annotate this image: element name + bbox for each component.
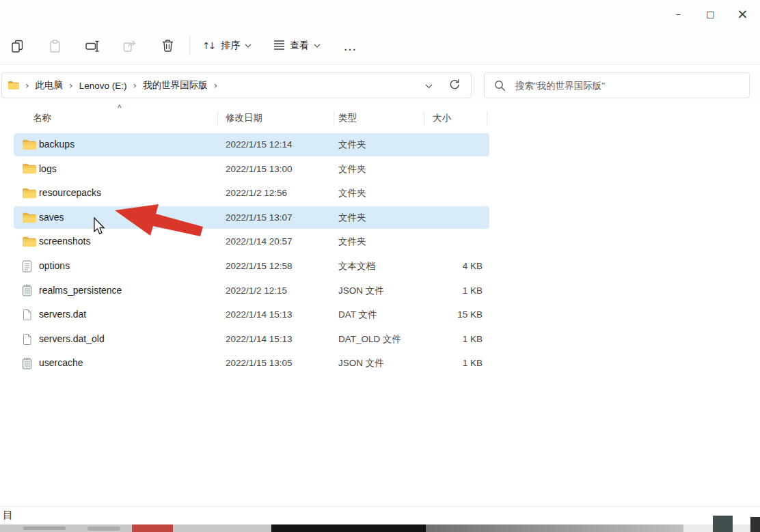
file-size: 1 KB [422, 327, 483, 352]
video-player-red-button [132, 524, 173, 532]
chevron-down-icon [425, 81, 433, 91]
column-header-row: ^ 名称 修改日期 类型 大小 [0, 108, 760, 130]
delete-button[interactable] [157, 36, 178, 56]
folder-icon [22, 139, 36, 150]
file-row[interactable]: servers.dat_old2022/1/14 15:13DAT_OLD 文件… [0, 327, 760, 352]
file-type: 文件夹 [338, 229, 366, 254]
file-name: options [39, 254, 70, 279]
view-button-label: 查看 [290, 40, 309, 52]
textdoc-icon [22, 260, 32, 272]
file-type: DAT_OLD 文件 [338, 327, 401, 352]
column-divider[interactable] [487, 111, 487, 126]
column-divider[interactable] [424, 111, 424, 126]
file-size: 15 KB [422, 303, 483, 327]
maximize-button[interactable]: □ [694, 2, 727, 25]
file-type: JSON 文件 [338, 351, 384, 376]
file-name: servers.dat_old [39, 327, 105, 352]
toolbar-separator [189, 36, 190, 55]
breadcrumb-separator-icon: › [25, 80, 29, 91]
paste-icon [49, 40, 62, 53]
file-row[interactable]: resourcepacks2022/1/2 12:56文件夹 [0, 181, 760, 206]
status-bar-item-count: 目 [3, 509, 13, 522]
close-button[interactable]: × [727, 2, 759, 25]
search-box[interactable] [484, 72, 750, 98]
sort-arrows-icon: ↑↓ [202, 40, 216, 51]
command-toolbar: ↑↓ 排序 查看 … [0, 27, 760, 65]
sort-button[interactable]: ↑↓ 排序 [200, 34, 254, 57]
file-row[interactable]: usercache2022/1/15 13:05JSON 文件1 KB [0, 351, 760, 376]
file-date-modified: 2022/1/15 12:58 [226, 254, 293, 279]
file-date-modified: 2022/1/15 12:14 [226, 132, 293, 157]
column-header-date[interactable]: 修改日期 [226, 112, 262, 124]
minimize-button[interactable]: – [662, 2, 694, 25]
file-size: 1 KB [422, 351, 483, 376]
file-date-modified: 2022/1/14 15:13 [226, 327, 293, 352]
column-divider[interactable] [217, 111, 218, 126]
copy-icon [11, 40, 24, 53]
breadcrumb-separator-icon: › [69, 80, 73, 91]
chevron-down-icon [245, 44, 252, 48]
more-options-button[interactable]: … [340, 34, 360, 57]
file-row[interactable]: options2022/1/15 12:58文本文档4 KB [0, 254, 760, 279]
column-header-type[interactable]: 类型 [338, 112, 357, 124]
address-row: ›此电脑›Lenovo (E:)›我的世界国际版› [0, 71, 760, 100]
file-type: 文件夹 [338, 157, 366, 182]
corner-dark-square [750, 517, 760, 532]
file-rows: backups2022/1/15 12:14文件夹logs2022/1/15 1… [0, 132, 760, 376]
file-row[interactable]: logs2022/1/15 13:00文件夹 [0, 157, 760, 182]
file-type: 文件夹 [338, 132, 366, 157]
file-row[interactable]: screenshots2022/1/14 20:57文件夹 [0, 229, 760, 254]
breadcrumb-item[interactable]: Lenovo (E:) [79, 81, 127, 91]
file-row[interactable]: saves2022/1/15 13:07文件夹 [0, 206, 760, 230]
file-name: usercache [39, 351, 83, 376]
video-player-progress-area [426, 524, 683, 532]
file-row[interactable]: servers.dat2022/1/14 15:13DAT 文件15 KB [0, 303, 760, 327]
title-bar: – □ × [0, 0, 760, 27]
corner-dark-square [713, 516, 733, 532]
search-input[interactable] [514, 80, 749, 92]
search-icon [494, 80, 506, 92]
rename-icon [85, 40, 99, 53]
share-button[interactable] [120, 36, 140, 56]
file-row[interactable]: realms_persistence2022/1/2 12:15JSON 文件1… [0, 279, 760, 303]
column-header-size[interactable]: 大小 [433, 112, 451, 124]
view-button[interactable]: 查看 [271, 34, 323, 57]
video-player-timestamp-blur [23, 527, 66, 530]
trash-icon [161, 39, 174, 53]
breadcrumb-separator-icon: › [133, 80, 137, 91]
file-date-modified: 2022/1/15 13:00 [226, 157, 293, 182]
chevron-down-icon [314, 44, 321, 48]
file-name: servers.dat [39, 303, 86, 327]
column-divider[interactable] [334, 111, 334, 126]
minimize-icon: – [676, 8, 681, 19]
folder-icon [22, 212, 36, 223]
breadcrumb-item[interactable]: 我的世界国际版 [143, 79, 208, 92]
address-bar[interactable]: ›此电脑›Lenovo (E:)›我的世界国际版› [1, 72, 472, 98]
rename-button[interactable] [82, 36, 103, 56]
file-size: 1 KB [422, 279, 483, 303]
sort-ascending-caret-icon: ^ [118, 103, 122, 113]
file-name: realms_persistence [39, 279, 122, 303]
file-size: 4 KB [422, 254, 483, 279]
folder-icon [22, 236, 36, 248]
breadcrumb: ›此电脑›Lenovo (E:)›我的世界国际版› [19, 79, 223, 92]
file-type: 文件夹 [338, 206, 366, 230]
file-type: DAT 文件 [338, 303, 377, 327]
file-date-modified: 2022/1/15 13:07 [226, 206, 293, 230]
json-icon [22, 357, 32, 369]
column-header-name[interactable]: 名称 [33, 112, 51, 124]
status-bar-divider [0, 506, 760, 507]
window-controls: – □ × [662, 0, 759, 27]
refresh-button[interactable] [446, 77, 463, 94]
file-row[interactable]: backups2022/1/15 12:14文件夹 [0, 132, 760, 157]
file-date-modified: 2022/1/2 12:56 [226, 181, 287, 206]
breadcrumb-item[interactable]: 此电脑 [36, 79, 64, 92]
folder-icon [22, 187, 36, 199]
address-dropdown-button[interactable] [420, 77, 437, 94]
paste-button[interactable] [44, 36, 65, 56]
copy-button[interactable] [7, 36, 27, 56]
datfile-icon [22, 333, 32, 346]
file-type: 文件夹 [338, 181, 366, 206]
file-date-modified: 2022/1/15 13:05 [226, 351, 293, 376]
datfile-icon [22, 309, 32, 321]
